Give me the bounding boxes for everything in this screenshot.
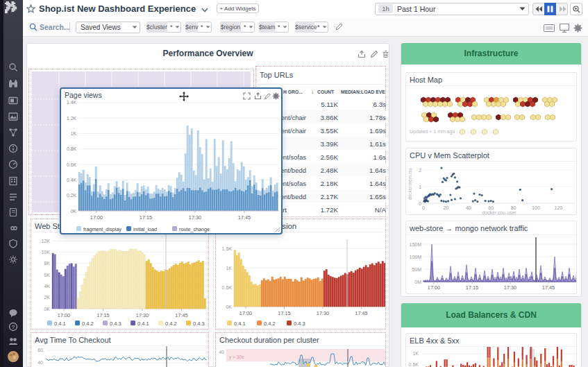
svg-text:0.4K: 0.4K [67,178,76,182]
svg-text:0M: 0M [414,280,421,284]
svg-text:6K: 6K [44,273,50,278]
svg-text:0.4.1: 0.4.1 [54,321,66,327]
svg-text:1K: 1K [226,266,232,271]
svg-text:docker.mem.rss: docker.mem.rss [408,167,412,200]
svg-text:17:30: 17:30 [504,284,516,291]
svg-text:60: 60 [488,205,494,210]
svg-text:1K: 1K [71,131,77,136]
svg-text:1.72K: 1.72K [320,206,338,214]
svg-text:0.4.1: 0.4.1 [137,321,149,327]
svg-text:0.5K: 0.5K [222,285,233,290]
svg-text:H GRO...: H GRO... [283,89,303,94]
svg-text:17:00: 17:00 [240,310,252,316]
svg-text:17:00: 17:00 [90,214,103,221]
svg-text:2.18K: 2.18K [320,180,338,187]
svg-text:1.2K: 1.2K [67,116,76,121]
svg-text:1.64s: 1.64s [369,180,386,187]
svg-text:40: 40 [219,350,224,355]
svg-text:17:15: 17:15 [278,310,290,316]
svg-text:1.78s: 1.78s [369,114,386,121]
svg-text:0K: 0K [226,305,232,309]
svg-text:0.4.2: 0.4.2 [82,321,94,327]
svg-text:2.56K: 2.56K [320,153,338,161]
svg-text:fragment_display: fragment_display [83,226,121,232]
svg-text:17:45: 17:45 [175,312,187,318]
svg-text:6.3s: 6.3s [373,101,386,108]
svg-text:Updated < 1 min ago: Updated < 1 min ago [410,129,455,135]
svg-text:3.39K: 3.39K [320,140,338,148]
svg-text:1.69s: 1.69s [369,127,386,135]
svg-text:17:00: 17:00 [428,284,440,291]
svg-text:17:15: 17:15 [96,312,109,318]
svg-text:12K: 12K [42,239,51,244]
svg-text:route_change: route_change [179,226,210,232]
svg-text:8K: 8K [44,261,50,266]
svg-text:100M: 100M [409,255,421,259]
svg-text:0: 0 [419,201,421,206]
svg-text:1.61s: 1.61s [369,140,386,148]
svg-text:120: 120 [555,205,563,210]
svg-text:40: 40 [466,205,471,210]
svg-text:17:45: 17:45 [355,310,367,316]
svg-text:1.65s: 1.65s [369,193,386,200]
svg-text:0.8K: 0.8K [67,146,76,151]
svg-text:0: 0 [422,205,425,210]
svg-text:1.6s: 1.6s [373,153,386,161]
svg-text:150M: 150M [409,242,421,247]
svg-text:0.6K: 0.6K [67,162,76,167]
svg-text:5.11K: 5.11K [321,101,338,108]
svg-text:0.4.3: 0.4.3 [193,321,205,327]
svg-text:0.5K: 0.5K [409,362,419,367]
svg-text:0K: 0K [71,209,77,214]
svg-text:↓: ↓ [311,89,314,95]
svg-text:20: 20 [444,205,449,210]
svg-text:2K: 2K [44,295,50,300]
svg-text:50M: 50M [412,267,421,272]
svg-text:0.4.2: 0.4.2 [165,321,177,327]
svg-text:17:45: 17:45 [238,214,251,221]
svg-text:?: ? [12,324,15,330]
svg-text:2.48K: 2.48K [320,167,338,174]
svg-text:40: 40 [37,360,43,365]
svg-text:2.17K: 2.17K [320,193,338,200]
svg-text:17:00: 17:00 [58,312,70,318]
svg-text:MEDIAN:LOAD EVE: MEDIAN:LOAD EVE [341,89,385,94]
svg-text:0.4.1: 0.4.1 [234,321,246,327]
svg-text:3.86K: 3.86K [320,114,338,121]
svg-text:1: 1 [419,185,421,189]
svg-text:0.2K: 0.2K [67,193,76,198]
svg-text:17:30: 17:30 [136,312,149,318]
svg-text:17:15: 17:15 [466,284,478,291]
svg-text:4K: 4K [44,284,50,289]
svg-text:1.4K: 1.4K [67,100,76,105]
svg-text:10K: 10K [42,250,51,255]
svg-text:0.4.3: 0.4.3 [294,321,305,327]
svg-text:17:45: 17:45 [542,284,555,291]
svg-text:0.4.3: 0.4.3 [110,321,121,327]
svg-text:1.5K: 1.5K [222,246,233,251]
svg-text:2: 2 [419,168,421,173]
svg-text:17:30: 17:30 [317,310,329,316]
svg-text:COUNT: COUNT [317,89,335,94]
svg-text:docker.cpu.user: docker.cpu.user [482,210,516,214]
svg-text:1K: 1K [412,351,419,356]
svg-text:y > 30s: y > 30s [229,355,244,360]
svg-text:N/A: N/A [375,206,386,214]
svg-text:initial_load: initial_load [133,226,157,232]
svg-text:0K: 0K [44,307,50,311]
svg-text:3.55K: 3.55K [320,127,338,135]
svg-text:1.64s: 1.64s [369,167,386,174]
svg-text:17:15: 17:15 [140,214,152,221]
svg-text:0.4.2: 0.4.2 [264,321,276,327]
svg-text:100: 100 [532,205,540,210]
svg-text:80: 80 [511,205,516,210]
svg-text:60: 60 [37,348,43,352]
svg-text:17:30: 17:30 [189,214,201,221]
